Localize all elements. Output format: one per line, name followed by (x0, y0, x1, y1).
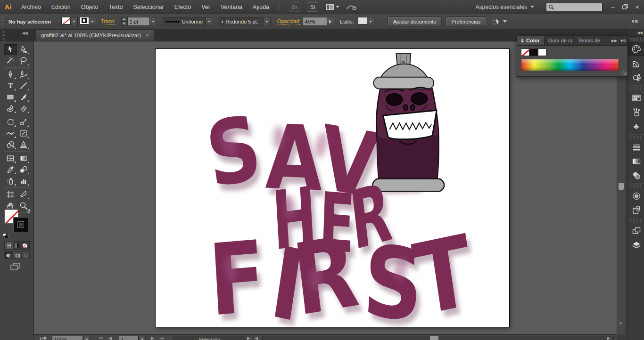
pen-tool[interactable] (4, 69, 17, 80)
artboards-panel-icon[interactable] (628, 224, 644, 238)
workspace-switcher[interactable]: Aspectos esenciales (472, 4, 538, 10)
lasso-tool[interactable] (17, 55, 30, 66)
stock-button[interactable]: St (307, 2, 318, 12)
vertical-scrollbar-thumb[interactable] (619, 183, 624, 190)
spray-can-character[interactable] (372, 54, 444, 192)
arrange-documents-button[interactable] (326, 4, 339, 10)
color-spectrum-bar[interactable] (521, 59, 619, 71)
color-panel-icon[interactable] (628, 42, 644, 56)
direct-selection-tool[interactable] (17, 44, 30, 55)
brush-definition-combo[interactable]: • Redondo 5 pt. (219, 17, 271, 26)
gradient-tool[interactable] (17, 153, 30, 164)
stroke-swatch[interactable] (13, 217, 28, 232)
artboard-tool[interactable] (4, 189, 17, 200)
symbol-sprayer-tool[interactable] (4, 175, 17, 186)
line-segment-tool[interactable] (17, 80, 30, 91)
panel-grip[interactable] (630, 219, 642, 223)
word-first[interactable]: FIRST (205, 216, 480, 327)
slice-tool[interactable] (17, 189, 30, 200)
gradient-button[interactable] (13, 242, 21, 249)
draw-normal-button[interactable] (4, 251, 13, 259)
bridge-button[interactable]: Br (289, 2, 300, 12)
opacity-field[interactable]: 49% (303, 17, 327, 26)
stroke-weight-dropdown[interactable] (150, 17, 157, 26)
stroke-weight-label[interactable]: Trazo: (101, 18, 116, 24)
zoom-dropdown[interactable] (83, 336, 90, 340)
first-artboard-icon[interactable]: ⏮ (99, 336, 103, 340)
collapse-tools-icon[interactable]: ◀◀ (22, 31, 27, 35)
eyedropper-tool[interactable] (4, 164, 17, 175)
tab-color-guide[interactable]: Guía de col (545, 36, 574, 45)
panel-grip[interactable] (630, 87, 642, 90)
menu-archivo[interactable]: Archivo (16, 0, 46, 14)
tab-overflow-icon[interactable]: ▶▶ (610, 36, 618, 45)
horizontal-scrollbar-thumb[interactable] (430, 336, 438, 340)
default-fill-stroke-icon[interactable] (3, 233, 8, 238)
close-tab-icon[interactable]: × (146, 32, 149, 39)
stroke-color-combo[interactable] (80, 17, 96, 26)
white-color-swatch[interactable] (538, 49, 546, 56)
rotate-tool[interactable] (4, 116, 17, 128)
swatches-panel-icon[interactable] (628, 91, 644, 105)
appearance-panel-icon[interactable] (628, 189, 644, 203)
export-icon[interactable] (40, 336, 47, 340)
stroke-weight-field[interactable]: 1 pt (127, 17, 150, 26)
stepper-down-icon[interactable] (121, 22, 127, 26)
fit-document-button[interactable]: Ajustar documento (388, 17, 442, 26)
select-similar-button[interactable] (492, 18, 507, 25)
stepper-up-icon[interactable] (121, 17, 127, 22)
stroke-panel-icon[interactable] (628, 140, 644, 154)
layers-panel-icon[interactable] (628, 238, 644, 252)
color-guide-panel-icon[interactable] (628, 56, 644, 70)
transparency-panel-icon[interactable] (628, 168, 644, 182)
scroll-right-icon[interactable]: ▶ (607, 336, 611, 340)
status-indicator[interactable]: Selección (173, 336, 245, 340)
document-tab[interactable]: graffiti2.ai* al 100% (CMYK/Previsualiza… (36, 29, 154, 41)
search-input[interactable] (546, 3, 603, 11)
curvature-tool[interactable] (17, 69, 30, 80)
scroll-left-icon[interactable]: ◀ (255, 336, 258, 340)
close-button[interactable]: × (636, 4, 639, 10)
panel-grip[interactable] (630, 185, 642, 188)
graphic-styles-panel-icon[interactable] (628, 203, 644, 217)
brushes-panel-icon[interactable] (628, 105, 644, 119)
eraser-tool[interactable] (17, 103, 30, 114)
preferences-button[interactable]: Preferencias (446, 17, 486, 26)
restore-button[interactable] (622, 4, 628, 9)
menu-seleccionar[interactable]: Seleccionar (128, 0, 169, 14)
stroke-weight-stepper[interactable] (121, 17, 127, 26)
next-artboard-icon[interactable]: ▶ (151, 336, 154, 340)
menu-ver[interactable]: Ver (196, 0, 215, 14)
screen-mode-button[interactable] (10, 263, 21, 271)
gradient-panel-icon[interactable] (628, 154, 644, 168)
color-button[interactable] (5, 242, 13, 249)
draw-inside-button[interactable] (21, 251, 30, 259)
panel-grip[interactable] (2, 31, 5, 42)
opacity-label[interactable]: Opacidad: (277, 18, 301, 24)
shape-builder-tool[interactable] (4, 139, 17, 150)
width-tool[interactable] (4, 128, 17, 139)
previous-artboard-icon[interactable]: ◀ (108, 336, 112, 340)
mesh-tool[interactable] (4, 153, 17, 164)
none-color-swatch[interactable] (521, 49, 529, 56)
zoom-level-field[interactable]: 100% (52, 336, 83, 340)
vertical-scrollbar[interactable] (617, 41, 625, 334)
control-panel-menu-icon[interactable]: ▾≡ (632, 18, 638, 24)
canvas-pasteboard[interactable]: SAVE HER FIRST SAVE (34, 41, 617, 334)
selection-tool[interactable] (4, 44, 17, 55)
menu-ventana[interactable]: Ventana (215, 0, 248, 14)
minimize-button[interactable]: – (611, 4, 615, 10)
column-graph-tool[interactable] (17, 175, 30, 186)
panel-grip[interactable] (630, 38, 642, 41)
tab-color-themes[interactable]: Temas de c (574, 36, 602, 45)
status-flyout-icon[interactable]: ▶ (247, 336, 250, 340)
panel-grip[interactable] (1, 16, 4, 27)
fill-color-combo[interactable] (61, 17, 78, 26)
scale-tool[interactable] (17, 116, 30, 128)
expand-dock-button[interactable]: ◀◀ (628, 29, 644, 37)
draw-behind-button[interactable] (13, 251, 21, 259)
rectangle-tool[interactable] (4, 91, 17, 103)
perspective-grid-tool[interactable] (17, 139, 30, 150)
panel-resize-grip[interactable] (622, 71, 627, 75)
menu-ayuda[interactable]: Ayuda (248, 0, 274, 14)
